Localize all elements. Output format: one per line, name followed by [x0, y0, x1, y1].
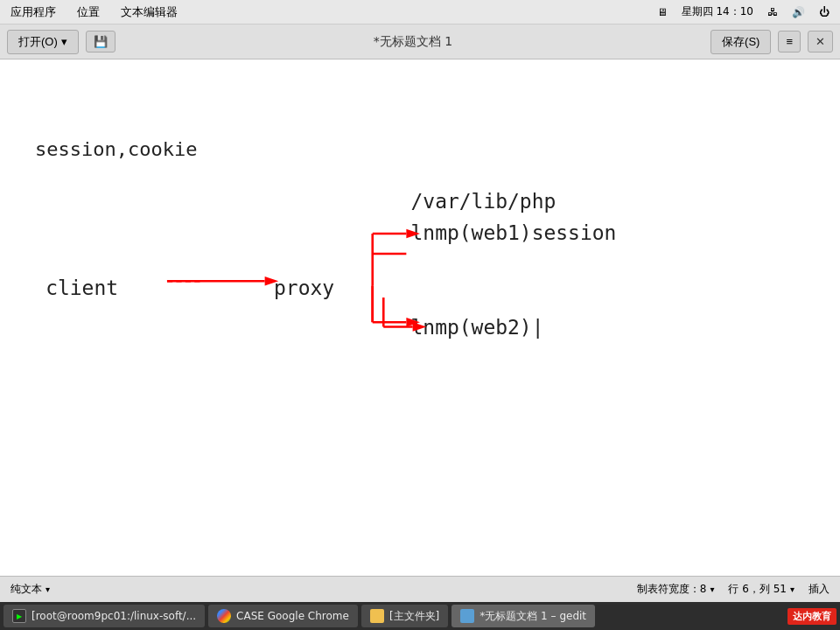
open-dropdown-arrow: ▾	[61, 35, 67, 48]
editor-content: session,cookie	[35, 77, 840, 395]
document-title: *无标题文档 1	[122, 34, 704, 50]
sound-icon: 🔊	[788, 4, 808, 20]
save-icon-button[interactable]: 💾	[86, 31, 116, 52]
gedit-icon	[460, 609, 474, 623]
editor-area[interactable]: session,cookie /var/lib/php lnmp(web1)se…	[0, 60, 840, 576]
tab-width-dropdown[interactable]: 制表符宽度：8 ▾	[637, 582, 715, 597]
top-menubar: 应用程序 位置 文本编辑器 🖥 星期四 14：10 🖧 🔊 ⏻	[0, 0, 840, 24]
datetime: 星期四 14：10	[678, 3, 757, 21]
line-2	[35, 221, 840, 250]
network-icon: 🖧	[764, 4, 781, 20]
open-button[interactable]: 打开(O) ▾	[7, 30, 79, 54]
menu-app[interactable]: 应用程序	[7, 3, 60, 22]
taskbar-item-chrome[interactable]: CASE Google Chrome	[208, 605, 358, 627]
taskbar-item-terminal[interactable]: ▶ [root@room9pc01:/linux-soft/...	[4, 605, 205, 627]
chrome-icon	[217, 609, 231, 623]
line-1: session,cookie	[35, 135, 840, 164]
folder-icon	[370, 609, 384, 623]
titlebar: 打开(O) ▾ 💾 *无标题文档 1 保存(S) ≡ ✕	[0, 24, 840, 60]
system-tray: 🖥 星期四 14：10 🖧 🔊 ⏻	[654, 3, 833, 21]
format-dropdown[interactable]: 纯文本 ▾	[10, 582, 50, 597]
taskbar: ▶ [root@room9pc01:/linux-soft/... CASE G…	[0, 602, 840, 630]
close-button[interactable]: ✕	[808, 31, 833, 52]
tab-dropdown-arrow: ▾	[710, 584, 714, 594]
statusbar: 纯文本 ▾ 制表符宽度：8 ▾ 行 6，列 51 ▾ 插入	[0, 576, 840, 602]
save-button[interactable]: 保存(S)	[710, 30, 771, 54]
power-icon[interactable]: ⏻	[816, 4, 833, 20]
menu-editor[interactable]: 文本编辑器	[117, 3, 181, 22]
tedu-logo: 达内教育	[788, 608, 836, 625]
statusbar-right: 制表符宽度：8 ▾ 行 6，列 51 ▾ 插入	[637, 582, 830, 597]
menu-position[interactable]: 位置	[74, 3, 103, 22]
menu-button[interactable]: ≡	[778, 31, 801, 52]
insert-mode: 插入	[808, 582, 830, 597]
taskbar-item-folder[interactable]: [主文件夹]	[361, 605, 448, 627]
monitor-icon: 🖥	[654, 4, 671, 20]
row-col-dropdown[interactable]: 行 6，列 51 ▾	[728, 582, 794, 597]
taskbar-item-gedit[interactable]: *无标题文档 1 – gedit	[452, 605, 595, 627]
row-col-arrow: ▾	[790, 584, 794, 594]
terminal-icon: ▶	[12, 609, 26, 623]
line-3	[35, 308, 840, 337]
format-dropdown-arrow: ▾	[46, 584, 50, 594]
